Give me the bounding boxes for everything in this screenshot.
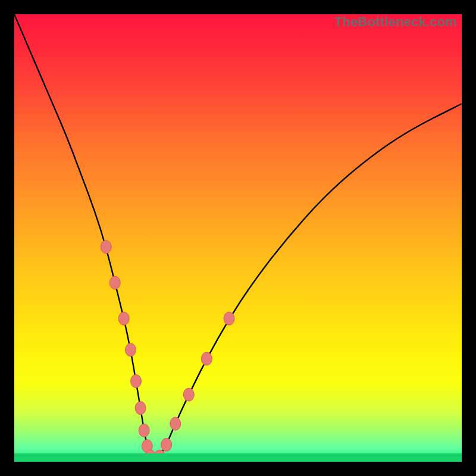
- curve-marker: [118, 312, 129, 325]
- curve-marker: [109, 276, 120, 289]
- chart-plot-area: TheBottleneck.com: [14, 14, 462, 462]
- curve-marker: [224, 312, 234, 325]
- curve-marker: [135, 402, 146, 415]
- curve-marker: [201, 352, 212, 365]
- curve-marker: [183, 388, 194, 401]
- curve-marker: [170, 417, 181, 430]
- curve-marker: [131, 375, 142, 388]
- bottleneck-curve: [14, 14, 462, 461]
- curve-marker: [126, 343, 136, 356]
- curve-markers: [101, 240, 234, 462]
- curve-marker: [139, 424, 149, 437]
- curve-marker: [161, 438, 172, 451]
- baseline-strip: [14, 453, 462, 462]
- chart-svg: [14, 14, 462, 462]
- curve-marker: [101, 240, 111, 253]
